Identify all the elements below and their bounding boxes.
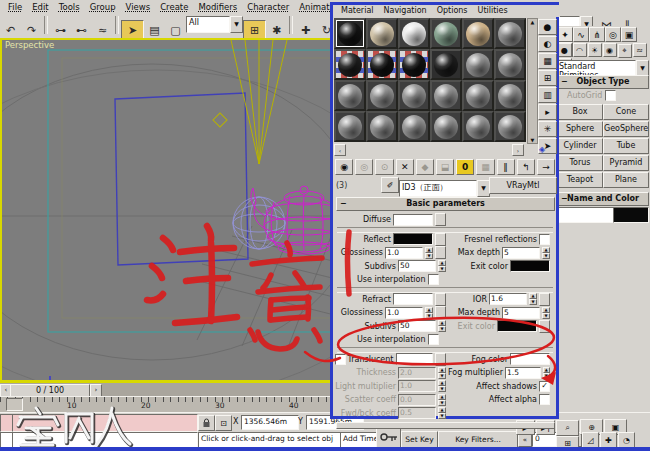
material-slot-19[interactable]: [334, 111, 366, 142]
tab-modify[interactable]: ∿: [573, 27, 589, 42]
menu-tools[interactable]: Tools: [54, 2, 85, 12]
selection-lock-toggle[interactable]: [198, 415, 215, 431]
tab-hierarchy[interactable]: ⋔: [589, 27, 605, 42]
tab-motion[interactable]: ◎: [605, 27, 621, 42]
category-geometry-icon[interactable]: ●: [558, 43, 572, 57]
diffuse-color-swatch[interactable]: [393, 214, 433, 226]
box-wireframe[interactable]: [115, 93, 248, 265]
object-button-teapot[interactable]: Teapot: [557, 172, 603, 188]
fog-color-color-swatch[interactable]: [510, 353, 550, 365]
put-to-library-icon[interactable]: ⬓: [436, 159, 454, 175]
object-type-rollout[interactable]: −Object Type: [557, 75, 649, 89]
material-options-icon[interactable]: ✳: [538, 121, 557, 137]
sample-type-icon[interactable]: ●: [538, 19, 557, 35]
category-spacewarps-icon[interactable]: ≈: [633, 43, 647, 57]
slot-horizontal-scrollbar[interactable]: ‹ › ◈: [334, 144, 556, 156]
material-slot-12[interactable]: [494, 49, 526, 80]
fog-multiplier-field[interactable]: 1.5: [505, 367, 541, 379]
menu-create[interactable]: Create: [155, 2, 193, 12]
exit-color-color-swatch[interactable]: [497, 320, 537, 332]
glossiness-spinner[interactable]: ▲▼: [425, 307, 433, 319]
glossiness-field[interactable]: 1.0: [385, 247, 423, 259]
make-unique-icon[interactable]: ◆: [416, 159, 434, 175]
material-slot-21[interactable]: [398, 111, 430, 142]
subdivs-spinner[interactable]: ▲▼: [438, 260, 446, 272]
glossiness-map-button[interactable]: [435, 306, 446, 319]
subdivs-field[interactable]: 50: [398, 260, 436, 272]
light-multiplier-spinner[interactable]: ▲▼: [438, 380, 446, 392]
slot-scroll-left-button[interactable]: ‹: [334, 144, 346, 156]
fwd-bck-coeff-spinner[interactable]: ▲▼: [438, 407, 446, 419]
material-slot-6[interactable]: [494, 18, 526, 49]
video-color-check-icon[interactable]: ▥: [538, 87, 557, 103]
category-cameras-icon[interactable]: ◉: [603, 43, 617, 57]
menu-character[interactable]: Character: [242, 2, 294, 12]
go-to-parent-icon[interactable]: ↰: [517, 159, 535, 175]
translucent-map-button[interactable]: [435, 353, 446, 366]
tab-display[interactable]: ▣: [621, 27, 637, 42]
basic-parameters-rollout[interactable]: −Basic parameters: [336, 197, 555, 211]
make-preview-icon[interactable]: ▸: [538, 104, 557, 120]
object-button-plane[interactable]: Plane: [603, 172, 649, 188]
zoom-icon[interactable]: ⌕: [556, 420, 579, 436]
material-slot-17[interactable]: [462, 80, 494, 111]
object-button-torus[interactable]: Torus: [557, 155, 603, 171]
macro-recorder-line[interactable]: [12, 414, 198, 432]
glossiness-spinner[interactable]: ▲▼: [425, 247, 433, 259]
material-slot-14[interactable]: [366, 80, 398, 111]
material-slot-2[interactable]: [366, 18, 398, 49]
material-slot-20[interactable]: [366, 111, 398, 142]
background-icon[interactable]: ▦: [538, 53, 557, 69]
chevron-down-icon[interactable]: ▼: [230, 16, 243, 33]
object-button-geosphere[interactable]: GeoSphere: [603, 121, 649, 137]
material-slot-5[interactable]: [462, 18, 494, 49]
menu-views[interactable]: Views: [121, 2, 156, 12]
max-depth-field[interactable]: 5: [502, 247, 540, 259]
x-coordinate-field[interactable]: 1356.546m: [241, 415, 299, 430]
material-name-dropdown[interactable]: ID3（正面）▼: [399, 181, 490, 196]
thickness-field[interactable]: 2.0: [398, 367, 436, 379]
absolute-mode-toggle[interactable]: ⊡: [215, 415, 232, 431]
material-slot-16[interactable]: [430, 80, 462, 111]
material-slot-15[interactable]: [398, 80, 430, 111]
material-slot-9[interactable]: [398, 49, 430, 80]
menu-edit[interactable]: Edit: [27, 2, 53, 12]
thickness-spinner[interactable]: ▲▼: [438, 367, 446, 379]
material-slot-8[interactable]: [366, 49, 398, 80]
material-slot-22[interactable]: [430, 111, 462, 142]
tab-create[interactable]: ✦: [557, 27, 573, 42]
use-interpolation-checkbox[interactable]: [428, 274, 439, 285]
affect-shadows-checkbox[interactable]: ✓: [539, 381, 550, 392]
selection-filter-dropdown[interactable]: All▼: [186, 17, 243, 32]
backlight-icon[interactable]: ◐: [538, 36, 557, 52]
affect-alpha-checkbox[interactable]: [539, 394, 550, 405]
object-button-cone[interactable]: Cone: [603, 104, 649, 120]
sample-tiling-icon[interactable]: ⊞: [538, 70, 557, 86]
slot-scroll-right-button[interactable]: ›: [512, 144, 524, 156]
material-slot-10[interactable]: [430, 49, 462, 80]
ior-map-button[interactable]: [539, 293, 550, 306]
material-type-button[interactable]: VRayMtl: [489, 177, 557, 194]
object-color-swatch[interactable]: [613, 207, 649, 223]
category-helpers-icon[interactable]: ⌖: [618, 44, 632, 58]
reflect-color-swatch[interactable]: [393, 233, 433, 245]
max-depth-field[interactable]: 5: [502, 307, 540, 319]
object-button-pyramid[interactable]: Pyramid: [603, 155, 649, 171]
object-button-cylinder[interactable]: Cylinder: [557, 138, 603, 154]
material-slot-13[interactable]: [334, 80, 366, 111]
exit-color-map-button[interactable]: [539, 320, 550, 333]
fwd-bck-coeff-field[interactable]: 0.5: [398, 407, 436, 419]
material-slot-3[interactable]: [398, 18, 430, 49]
material-slot-24[interactable]: [494, 111, 526, 142]
viewport-label[interactable]: Perspective: [5, 40, 54, 50]
pick-material-eyedropper[interactable]: ✐: [381, 177, 399, 193]
arc-rotate-icon[interactable]: ◔: [618, 432, 635, 448]
field-of-view-icon[interactable]: ◿: [582, 432, 599, 448]
show-map-in-viewport-icon[interactable]: ▦: [476, 159, 494, 175]
menu-modifiers[interactable]: Modifiers: [193, 2, 242, 12]
max-depth-spinner[interactable]: ▲▼: [542, 247, 550, 259]
scatter-coeff-spinner[interactable]: ▲▼: [438, 394, 446, 406]
mat-menu-utilities[interactable]: Utilities: [474, 5, 512, 17]
show-end-result-icon[interactable]: ‖: [497, 159, 515, 175]
material-slot-18[interactable]: [494, 80, 526, 111]
